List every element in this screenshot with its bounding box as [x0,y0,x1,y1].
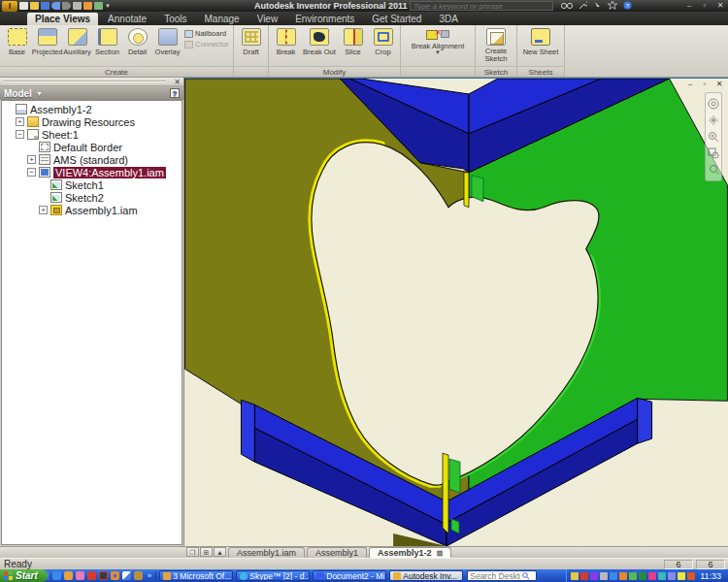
task-word-document[interactable]: Document2 - Mi... [313,570,386,581]
zoom-icon[interactable] [708,131,719,143]
expand-icon[interactable]: + [27,155,36,164]
doc-minimize-icon[interactable]: – [685,80,695,88]
tab-environments[interactable]: Environments [287,13,362,25]
overlay-button[interactable]: Overlay [152,26,182,56]
browser-header[interactable]: Model ▼ ? [0,86,183,100]
briefcase-icon[interactable] [134,571,143,580]
slice-button[interactable]: Slice [338,26,368,56]
detail-button[interactable]: Detail [122,26,152,56]
desktop-search-input[interactable] [470,571,520,581]
tray-icon-7[interactable] [629,572,637,580]
new-sheet-button[interactable]: New Sheet [519,26,562,56]
browser-grab-bar[interactable]: ✕ [0,78,183,86]
close-button[interactable]: ✕ [714,1,726,10]
tray-icon-2[interactable] [580,572,588,580]
browser-filter-icon[interactable]: ? [170,88,180,98]
notes-icon[interactable] [122,571,131,580]
group-label-create[interactable]: Create [0,66,233,77]
update-icon[interactable] [94,2,103,10]
tray-icon-1[interactable] [571,572,579,580]
qat-dropdown-icon[interactable]: ▼ [105,4,111,8]
print-icon[interactable] [73,2,82,10]
group-label-modify[interactable]: Modify [269,66,400,77]
group-label-sketch[interactable]: Sketch [476,66,516,77]
tree-item-drawing-resources[interactable]: +Drawing Resources [4,115,182,128]
save-icon[interactable] [41,2,50,10]
help-icon[interactable]: ? [623,1,632,10]
tab-view[interactable]: View [249,13,286,25]
tree-item-sketch2[interactable]: +Sketch2 [4,191,182,204]
redo-icon[interactable] [62,2,71,10]
tile-windows-icon[interactable]: ⊞ [200,547,213,557]
outlook-icon[interactable] [64,571,73,580]
crop-button[interactable]: Crop [368,26,398,56]
doc-restore-icon[interactable]: ▫ [700,80,710,88]
tree-item-assembly1-2[interactable]: +Assembly1-2 [4,103,182,115]
projected-button[interactable]: Projected [32,26,62,56]
tab-close-icon[interactable]: ⊠ [437,549,444,558]
cursor-arrow-icon[interactable] [593,1,602,10]
tray-icon-8[interactable] [639,572,646,580]
start-button[interactable]: Start [0,569,48,582]
break-alignment-dropdown-icon[interactable]: ▼ [435,50,441,54]
tree-item-default-border[interactable]: +Default Border [4,141,182,153]
tree-item-assembly1-iam[interactable]: +Assembly1.iam [4,204,182,216]
task-autodesk-inventor[interactable]: Autodesk Inv... [389,570,463,581]
tab-3da[interactable]: 3DA [431,13,465,25]
doc-tab-assembly1[interactable]: Assembly1 [307,547,367,558]
quick-launch-overflow-icon[interactable]: » [148,571,151,580]
desktop-search-box[interactable] [467,570,537,581]
expand-icon[interactable]: + [39,206,48,214]
expand-icon[interactable]: + [16,117,24,126]
collapse-icon[interactable]: − [27,168,36,177]
drawing-canvas[interactable]: – ▫ ✕ [184,78,728,546]
tray-icon-10[interactable] [658,572,666,580]
favorites-star-icon[interactable] [608,1,617,10]
tab-place-views[interactable]: Place Views [27,13,98,25]
doc-close-icon[interactable]: ✕ [714,80,724,88]
tray-icon-9[interactable] [648,572,656,580]
break-alignment-button[interactable]: Break Alignment ▼ [403,26,473,54]
media-player-icon[interactable] [87,571,96,580]
taskbar-clock[interactable]: 11:33 [697,571,724,581]
break-button[interactable]: Break [271,26,301,56]
tab-annotate[interactable]: Annotate [100,13,154,25]
messenger-icon[interactable] [76,571,84,580]
group-label-sheets[interactable]: Sheets [517,66,564,77]
browser-dropdown-icon[interactable]: ▼ [36,90,43,97]
tray-icon-6[interactable] [619,572,627,580]
nailboard-button[interactable]: Nailboard [184,29,229,38]
minimize-button[interactable]: – [683,1,695,10]
opera-icon[interactable] [99,571,108,580]
collapse-icon[interactable]: − [16,130,24,139]
undo-icon[interactable] [51,2,60,10]
task-microsoft-office[interactable]: 3 Microsoft Of...▼ [159,570,233,581]
draft-button[interactable]: Draft [236,26,266,56]
task-skype[interactable]: Skype™ [2] - d... [236,570,310,581]
firefox-icon[interactable] [111,571,119,580]
search-binoculars-icon[interactable] [561,1,573,10]
tray-icon-5[interactable] [610,572,617,580]
restore-button[interactable]: ▫ [699,1,711,10]
new-file-icon[interactable] [19,2,28,10]
tray-icon-3[interactable] [590,572,598,580]
create-sketch-button[interactable]: Create Sketch [478,26,514,63]
tab-tools[interactable]: Tools [156,13,194,25]
tab-get-started[interactable]: Get Started [364,13,429,25]
keyword-search-input[interactable] [410,1,553,11]
section-button[interactable]: Section [92,26,122,56]
drawing-view[interactable] [184,79,728,546]
iproperties-icon[interactable] [83,2,92,10]
tab-manage[interactable]: Manage [197,13,248,25]
break-out-button[interactable]: Break Out [301,26,338,56]
pan-hand-icon[interactable] [708,114,719,126]
tray-icon-11[interactable] [668,572,676,580]
base-button[interactable]: Base [2,26,32,56]
expand-tabs-icon[interactable]: ▲ [214,547,226,557]
internet-explorer-icon[interactable] [52,571,61,580]
tray-icon-12[interactable] [678,572,685,580]
tray-icon-13[interactable] [687,572,695,580]
inventor-logo-icon[interactable]: I [2,1,17,12]
cascade-windows-icon[interactable]: ❐ [186,547,199,557]
doc-tab-assembly1-iam[interactable]: Assembly1.iam [228,547,305,558]
